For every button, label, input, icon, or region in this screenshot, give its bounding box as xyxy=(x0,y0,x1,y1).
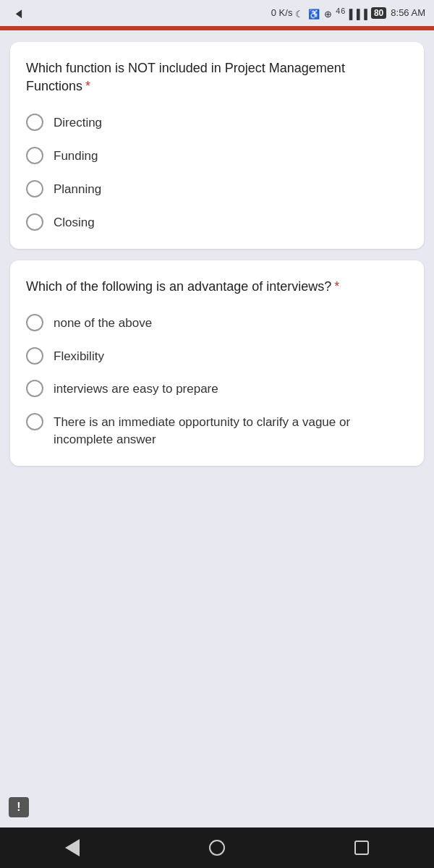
q2-label-easy: interviews are easy to prepare xyxy=(54,379,218,398)
recents-square-icon xyxy=(354,841,369,855)
q1-label-closing: Closing xyxy=(54,213,95,231)
q2-option-easy[interactable]: interviews are easy to prepare xyxy=(26,379,408,398)
time-display: 8:56 AM xyxy=(391,7,425,18)
q1-option-funding[interactable]: Funding xyxy=(26,146,408,165)
q2-option-immediate[interactable]: There is an immediate opportunity to cla… xyxy=(26,412,408,448)
q1-label-directing: Directing xyxy=(54,113,102,132)
status-bar-right: 0 K/s ☾ ♿ ⊕ 46▐▐▐ 80 8:56 AM xyxy=(271,7,425,20)
q2-label-none: none of the above xyxy=(54,313,152,332)
q1-radio-closing[interactable] xyxy=(26,213,43,231)
main-content: Which function is NOT included in Projec… xyxy=(0,30,434,787)
q1-label-funding: Funding xyxy=(54,146,98,165)
back-triangle-icon xyxy=(65,839,80,856)
q2-radio-easy[interactable] xyxy=(26,380,43,397)
q2-option-flexibility[interactable]: Flexibility xyxy=(26,346,408,365)
q2-radio-immediate[interactable] xyxy=(26,413,43,430)
q2-radio-flexibility[interactable] xyxy=(26,347,43,365)
nav-back-arrow: ◄ xyxy=(14,5,24,22)
q1-option-planning[interactable]: Planning xyxy=(26,179,408,198)
exclamation-badge[interactable]: ! xyxy=(9,797,29,817)
status-bar: ◄ 0 K/s ☾ ♿ ⊕ 46▐▐▐ 80 8:56 AM xyxy=(0,0,434,26)
q1-radio-funding[interactable] xyxy=(26,147,43,164)
q2-label-immediate: There is an immediate opportunity to cla… xyxy=(54,412,408,448)
q2-label-flexibility: Flexibility xyxy=(54,346,104,365)
nav-bar xyxy=(0,827,434,868)
battery-level: 80 xyxy=(371,7,386,19)
q2-radio-none[interactable] xyxy=(26,314,43,331)
question-card-2: Which of the following is an advantage o… xyxy=(10,260,424,466)
bottom-bar: ! xyxy=(0,787,434,827)
nav-back-button[interactable] xyxy=(65,839,80,856)
question-1-required: * xyxy=(85,79,90,93)
status-bar-left: ◄ xyxy=(12,5,26,22)
q2-option-none[interactable]: none of the above xyxy=(26,313,408,332)
question-card-1: Which function is NOT included in Projec… xyxy=(10,42,424,249)
home-circle-icon xyxy=(209,840,225,856)
q1-radio-planning[interactable] xyxy=(26,180,43,197)
nav-home-button[interactable] xyxy=(209,840,225,856)
q1-radio-directing[interactable] xyxy=(26,114,43,131)
q1-option-closing[interactable]: Closing xyxy=(26,213,408,231)
q1-label-planning: Planning xyxy=(54,179,101,198)
q1-option-directing[interactable]: Directing xyxy=(26,113,408,132)
question-2-required: * xyxy=(334,279,339,294)
nav-recents-button[interactable] xyxy=(354,841,369,855)
question-2-text: Which of the following is an advantage o… xyxy=(26,278,408,296)
status-icons: ☾ ♿ ⊕ 46▐▐▐ xyxy=(295,7,368,20)
question-1-text: Which function is NOT included in Projec… xyxy=(26,59,408,95)
network-speed: 0 K/s xyxy=(271,7,293,18)
